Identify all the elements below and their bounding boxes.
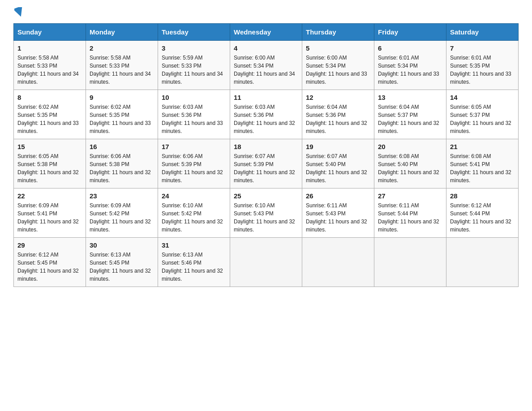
day-info: Sunrise: 6:13 AM Sunset: 5:45 PM Dayligh… <box>90 251 154 283</box>
col-header-saturday: Saturday <box>446 24 519 41</box>
day-info: Sunrise: 6:04 AM Sunset: 5:36 PM Dayligh… <box>306 103 370 135</box>
day-info: Sunrise: 6:01 AM Sunset: 5:35 PM Dayligh… <box>450 54 515 86</box>
calendar-cell: 21 Sunrise: 6:08 AM Sunset: 5:41 PM Dayl… <box>446 139 519 188</box>
calendar-table: SundayMondayTuesdayWednesdayThursdayFrid… <box>13 23 519 287</box>
calendar-header-row: SundayMondayTuesdayWednesdayThursdayFrid… <box>14 24 519 41</box>
calendar-cell: 30 Sunrise: 6:13 AM Sunset: 5:45 PM Dayl… <box>86 238 158 287</box>
day-number: 11 <box>234 94 298 101</box>
day-number: 5 <box>306 44 370 52</box>
day-number: 19 <box>306 143 370 150</box>
day-number: 13 <box>378 94 442 101</box>
calendar-cell: 19 Sunrise: 6:07 AM Sunset: 5:40 PM Dayl… <box>302 139 374 188</box>
calendar-cell: 12 Sunrise: 6:04 AM Sunset: 5:36 PM Dayl… <box>302 90 374 139</box>
day-number: 16 <box>90 143 154 150</box>
day-info: Sunrise: 6:00 AM Sunset: 5:34 PM Dayligh… <box>306 54 370 86</box>
day-number: 23 <box>90 192 154 200</box>
day-info: Sunrise: 6:06 AM Sunset: 5:39 PM Dayligh… <box>162 152 226 184</box>
day-info: Sunrise: 5:58 AM Sunset: 5:33 PM Dayligh… <box>17 54 82 86</box>
day-number: 26 <box>306 192 370 200</box>
calendar-cell: 5 Sunrise: 6:00 AM Sunset: 5:34 PM Dayli… <box>302 41 374 90</box>
calendar-cell: 9 Sunrise: 6:02 AM Sunset: 5:35 PM Dayli… <box>86 90 158 139</box>
calendar-cell: 10 Sunrise: 6:03 AM Sunset: 5:36 PM Dayl… <box>158 90 230 139</box>
calendar-cell <box>302 238 374 287</box>
calendar-cell: 8 Sunrise: 6:02 AM Sunset: 5:35 PM Dayli… <box>14 90 86 139</box>
day-number: 22 <box>17 192 82 200</box>
calendar-cell: 28 Sunrise: 6:12 AM Sunset: 5:44 PM Dayl… <box>446 188 519 238</box>
calendar-cell: 2 Sunrise: 5:58 AM Sunset: 5:33 PM Dayli… <box>86 41 158 90</box>
calendar-cell: 16 Sunrise: 6:06 AM Sunset: 5:38 PM Dayl… <box>86 139 158 188</box>
day-number: 6 <box>378 44 442 52</box>
day-number: 8 <box>17 94 82 101</box>
day-info: Sunrise: 6:12 AM Sunset: 5:45 PM Dayligh… <box>17 251 82 283</box>
day-number: 29 <box>17 241 82 249</box>
day-info: Sunrise: 6:05 AM Sunset: 5:37 PM Dayligh… <box>450 103 515 135</box>
day-info: Sunrise: 6:05 AM Sunset: 5:38 PM Dayligh… <box>17 152 82 184</box>
calendar-cell: 25 Sunrise: 6:10 AM Sunset: 5:43 PM Dayl… <box>230 188 302 238</box>
calendar-cell: 24 Sunrise: 6:10 AM Sunset: 5:42 PM Dayl… <box>158 188 230 238</box>
svg-marker-0 <box>14 7 24 17</box>
day-info: Sunrise: 6:01 AM Sunset: 5:34 PM Dayligh… <box>378 54 442 86</box>
calendar-cell: 4 Sunrise: 6:00 AM Sunset: 5:34 PM Dayli… <box>230 41 302 90</box>
day-number: 7 <box>450 44 515 52</box>
col-header-friday: Friday <box>374 24 446 41</box>
calendar-cell: 6 Sunrise: 6:01 AM Sunset: 5:34 PM Dayli… <box>374 41 446 90</box>
calendar-cell: 23 Sunrise: 6:09 AM Sunset: 5:42 PM Dayl… <box>86 188 158 238</box>
day-number: 14 <box>450 94 515 101</box>
col-header-monday: Monday <box>86 24 158 41</box>
col-header-thursday: Thursday <box>302 24 374 41</box>
calendar-cell: 31 Sunrise: 6:13 AM Sunset: 5:46 PM Dayl… <box>158 238 230 287</box>
calendar-week-row: 15 Sunrise: 6:05 AM Sunset: 5:38 PM Dayl… <box>14 139 519 188</box>
day-info: Sunrise: 6:09 AM Sunset: 5:42 PM Dayligh… <box>90 201 154 234</box>
calendar-cell: 1 Sunrise: 5:58 AM Sunset: 5:33 PM Dayli… <box>14 41 86 90</box>
calendar-cell: 29 Sunrise: 6:12 AM Sunset: 5:45 PM Dayl… <box>14 238 86 287</box>
calendar-cell <box>230 238 302 287</box>
day-number: 12 <box>306 94 370 101</box>
day-number: 3 <box>162 44 226 52</box>
calendar-cell <box>374 238 446 287</box>
calendar-cell: 7 Sunrise: 6:01 AM Sunset: 5:35 PM Dayli… <box>446 41 519 90</box>
day-number: 4 <box>234 44 298 52</box>
day-number: 21 <box>450 143 515 150</box>
day-number: 10 <box>162 94 226 101</box>
calendar-cell: 17 Sunrise: 6:06 AM Sunset: 5:39 PM Dayl… <box>158 139 230 188</box>
day-number: 24 <box>162 192 226 200</box>
day-number: 27 <box>378 192 442 200</box>
day-info: Sunrise: 6:10 AM Sunset: 5:42 PM Dayligh… <box>162 201 226 234</box>
day-number: 28 <box>450 192 515 200</box>
day-info: Sunrise: 6:00 AM Sunset: 5:34 PM Dayligh… <box>234 54 298 86</box>
day-info: Sunrise: 6:04 AM Sunset: 5:37 PM Dayligh… <box>378 103 442 135</box>
day-number: 30 <box>90 241 154 249</box>
day-info: Sunrise: 6:07 AM Sunset: 5:40 PM Dayligh… <box>306 152 370 184</box>
day-info: Sunrise: 6:10 AM Sunset: 5:43 PM Dayligh… <box>234 201 298 234</box>
day-info: Sunrise: 6:02 AM Sunset: 5:35 PM Dayligh… <box>17 103 82 135</box>
day-info: Sunrise: 6:02 AM Sunset: 5:35 PM Dayligh… <box>90 103 154 135</box>
day-info: Sunrise: 6:13 AM Sunset: 5:46 PM Dayligh… <box>162 251 226 283</box>
col-header-tuesday: Tuesday <box>158 24 230 41</box>
col-header-wednesday: Wednesday <box>230 24 302 41</box>
calendar-cell: 18 Sunrise: 6:07 AM Sunset: 5:39 PM Dayl… <box>230 139 302 188</box>
calendar-cell: 11 Sunrise: 6:03 AM Sunset: 5:36 PM Dayl… <box>230 90 302 139</box>
day-number: 15 <box>17 143 82 150</box>
day-info: Sunrise: 6:08 AM Sunset: 5:40 PM Dayligh… <box>378 152 442 184</box>
calendar-cell: 3 Sunrise: 5:59 AM Sunset: 5:33 PM Dayli… <box>158 41 230 90</box>
day-number: 1 <box>17 44 82 52</box>
calendar-cell: 13 Sunrise: 6:04 AM Sunset: 5:37 PM Dayl… <box>374 90 446 139</box>
logo-arrow-icon <box>14 7 24 17</box>
calendar-cell: 27 Sunrise: 6:11 AM Sunset: 5:44 PM Dayl… <box>374 188 446 238</box>
page-header <box>13 9 519 14</box>
day-number: 25 <box>234 192 298 200</box>
day-number: 2 <box>90 44 154 52</box>
day-number: 17 <box>162 143 226 150</box>
calendar-cell: 15 Sunrise: 6:05 AM Sunset: 5:38 PM Dayl… <box>14 139 86 188</box>
day-info: Sunrise: 5:59 AM Sunset: 5:33 PM Dayligh… <box>162 54 226 86</box>
calendar-cell: 26 Sunrise: 6:11 AM Sunset: 5:43 PM Dayl… <box>302 188 374 238</box>
calendar-week-row: 1 Sunrise: 5:58 AM Sunset: 5:33 PM Dayli… <box>14 41 519 90</box>
calendar-week-row: 29 Sunrise: 6:12 AM Sunset: 5:45 PM Dayl… <box>14 238 519 287</box>
day-number: 31 <box>162 241 226 249</box>
calendar-cell: 14 Sunrise: 6:05 AM Sunset: 5:37 PM Dayl… <box>446 90 519 139</box>
day-info: Sunrise: 6:09 AM Sunset: 5:41 PM Dayligh… <box>17 201 82 234</box>
day-info: Sunrise: 6:12 AM Sunset: 5:44 PM Dayligh… <box>450 201 515 234</box>
calendar-cell: 20 Sunrise: 6:08 AM Sunset: 5:40 PM Dayl… <box>374 139 446 188</box>
calendar-week-row: 22 Sunrise: 6:09 AM Sunset: 5:41 PM Dayl… <box>14 188 519 238</box>
calendar-week-row: 8 Sunrise: 6:02 AM Sunset: 5:35 PM Dayli… <box>14 90 519 139</box>
